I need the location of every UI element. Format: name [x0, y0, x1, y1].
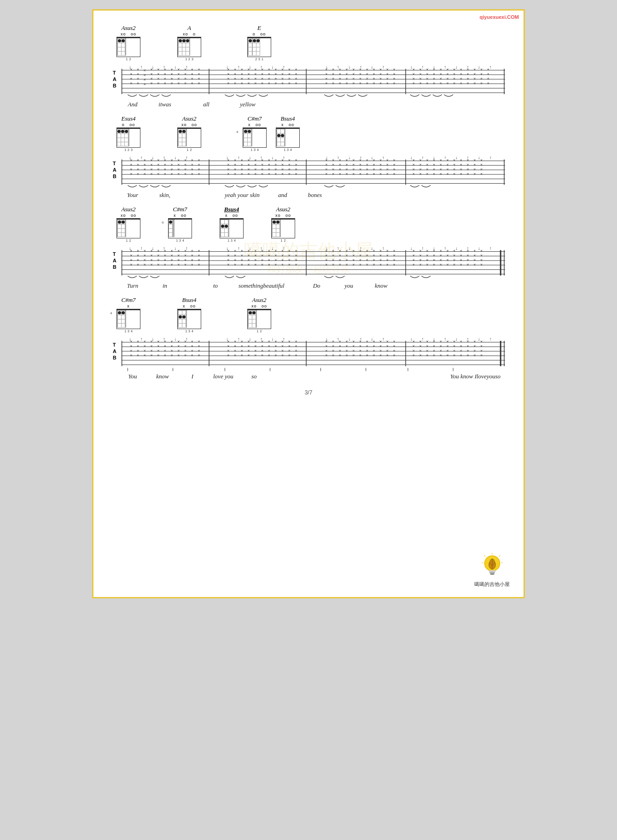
svg-text:×: × [288, 253, 291, 258]
svg-text:×: × [373, 76, 375, 81]
svg-text:↓: ↓ [371, 155, 373, 160]
svg-text:×: × [137, 249, 139, 253]
svg-text:×: × [227, 348, 229, 353]
svg-text:×: × [426, 81, 428, 86]
tab-staff-1: T A B ×××× ×××× ×××× ×××× [112, 62, 505, 101]
lyric-word: Do [308, 282, 326, 290]
svg-text:×: × [440, 258, 442, 262]
svg-text:↑: ↑ [186, 64, 188, 70]
svg-text:×: × [413, 249, 415, 253]
svg-text:×: × [137, 172, 139, 176]
svg-text:×: × [171, 353, 173, 358]
svg-text:T: T [113, 70, 116, 75]
svg-text:×: × [241, 81, 243, 86]
svg-text:×: × [261, 162, 263, 167]
svg-text:×: × [191, 67, 193, 72]
svg-text:×: × [281, 72, 284, 76]
svg-text:×: × [184, 72, 186, 76]
svg-text:×: × [460, 262, 462, 267]
svg-text:×: × [473, 162, 476, 167]
svg-text:×: × [467, 344, 469, 348]
lyric-word: in [156, 282, 174, 290]
svg-text:×: × [352, 72, 355, 76]
svg-text:×: × [177, 344, 180, 348]
svg-text:×: × [386, 172, 389, 176]
chord-row-2: Esus4 o oo 123 Asus2 xo oo [112, 115, 505, 151]
svg-text:×: × [345, 353, 348, 358]
svg-text:×: × [130, 76, 132, 81]
svg-text:×: × [359, 353, 361, 358]
svg-text:×: × [480, 67, 483, 72]
svg-rect-882 [489, 570, 495, 572]
svg-text:×: × [339, 172, 341, 176]
svg-text:×: × [433, 353, 435, 358]
svg-text:×: × [274, 158, 277, 162]
svg-text:×: × [366, 67, 368, 72]
svg-text:×: × [227, 344, 229, 348]
svg-text:↓: ↓ [433, 155, 435, 160]
svg-text:×: × [332, 72, 334, 76]
svg-text:×: × [177, 76, 180, 81]
chord-fingers: 12 [187, 148, 192, 151]
svg-text:×: × [150, 344, 152, 348]
svg-text:×: × [339, 81, 341, 86]
svg-text:↓: ↓ [371, 246, 373, 251]
svg-text:×: × [480, 253, 483, 258]
svg-text:×: × [467, 72, 469, 76]
svg-text:×: × [234, 81, 236, 86]
svg-text:×: × [373, 262, 375, 267]
svg-text:×: × [144, 68, 146, 73]
svg-text:×: × [254, 76, 256, 81]
svg-text:×: × [359, 81, 361, 86]
svg-text:↑: ↑ [360, 155, 362, 160]
svg-text:×: × [366, 249, 368, 253]
svg-text:×: × [254, 253, 256, 258]
svg-text:×: × [164, 72, 166, 76]
svg-text:×: × [274, 167, 277, 172]
svg-text:×: × [288, 353, 291, 358]
svg-text:×: × [241, 353, 243, 358]
svg-text:×: × [426, 162, 428, 167]
svg-text:×: × [234, 172, 236, 176]
svg-text:×: × [274, 339, 277, 344]
svg-text:×: × [261, 253, 263, 258]
svg-text:↑: ↑ [238, 64, 240, 70]
svg-text:×: × [332, 167, 334, 172]
svg-text:B: B [113, 355, 116, 360]
svg-text:×: × [247, 348, 250, 353]
svg-text:×: × [254, 158, 256, 162]
svg-text:×: × [426, 67, 428, 72]
svg-text:×: × [446, 262, 448, 267]
svg-text:×: × [191, 344, 193, 348]
svg-text:×: × [446, 353, 448, 358]
svg-text:×: × [419, 72, 421, 76]
svg-text:×: × [413, 158, 415, 162]
svg-text:×: × [227, 253, 229, 258]
svg-text:×: × [332, 258, 334, 262]
svg-text:×: × [288, 67, 291, 72]
svg-text:×: × [261, 72, 263, 76]
svg-text:×: × [352, 81, 355, 86]
tab-staff-4: T A B ×××× ×××× ×××× ×××× ×××× [112, 334, 505, 373]
svg-text:×: × [164, 262, 166, 267]
svg-text:×: × [227, 76, 229, 81]
svg-text:×: × [268, 76, 270, 81]
svg-text:×: × [453, 167, 455, 172]
svg-text:×: × [274, 353, 277, 358]
svg-text:×: × [460, 67, 462, 72]
chord-grid [220, 218, 244, 238]
chord-csharp-m7-3: 4 C#m7 x 134 [116, 296, 140, 333]
svg-text:×: × [274, 348, 277, 353]
chord-name: Bsus4 [224, 206, 239, 213]
svg-text:↑: ↑ [421, 155, 424, 160]
svg-text:×: × [419, 172, 421, 176]
section-1: Asus2 xo oo 12 A xo o [112, 24, 505, 108]
svg-text:↑: ↑ [444, 155, 446, 160]
svg-text:×: × [137, 67, 139, 72]
svg-text:↓: ↓ [348, 336, 350, 342]
svg-text:×: × [366, 72, 368, 76]
lyric-word: know [153, 373, 172, 380]
svg-text:×: × [352, 258, 355, 262]
svg-text:↓: ↓ [249, 155, 251, 160]
svg-text:×: × [419, 262, 421, 267]
